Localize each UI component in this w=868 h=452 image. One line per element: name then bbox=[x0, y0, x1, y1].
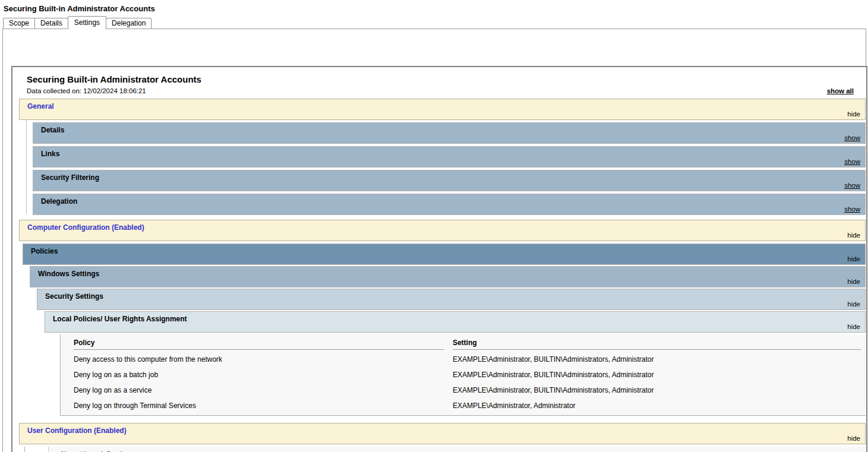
section-links[interactable]: Links show bbox=[33, 146, 866, 167]
data-collected-timestamp: Data collected on: 12/02/2024 18:06:21 bbox=[27, 87, 146, 94]
section-security-filtering-label: Security Filtering bbox=[41, 173, 99, 182]
policy-cell: Deny log on as a batch job bbox=[61, 367, 453, 383]
section-security-settings-toggle[interactable]: hide bbox=[847, 301, 860, 308]
section-policies-toggle[interactable]: hide bbox=[847, 255, 860, 263]
setting-cell: EXAMPLE\Administrator, BUILTIN\Administr… bbox=[453, 367, 866, 383]
security-settings-children: Local Policies/ User Rights Assignment h… bbox=[45, 311, 866, 416]
section-details-label: Details bbox=[41, 126, 64, 134]
tab-details[interactable]: Details bbox=[34, 18, 68, 29]
tab-bar: Scope Details Settings Delegation bbox=[3, 18, 151, 29]
tab-delegation[interactable]: Delegation bbox=[106, 18, 151, 29]
policy-table-row: Deny log on as a batch job EXAMPLE\Admin… bbox=[61, 367, 866, 383]
section-security-settings-label: Security Settings bbox=[45, 292, 103, 301]
policy-table-row: Deny log on through Terminal Services EX… bbox=[61, 398, 866, 413]
policies-children: Windows Settings hide Security Settings … bbox=[30, 266, 866, 416]
policy-column-header: Policy bbox=[74, 339, 444, 350]
gpo-report-viewer[interactable]: Securing Built-in Administrator Accounts… bbox=[11, 66, 867, 452]
section-general-label: General bbox=[27, 102, 54, 110]
section-general[interactable]: General hide bbox=[19, 99, 866, 120]
section-links-label: Links bbox=[41, 150, 59, 158]
section-delegation-toggle[interactable]: show bbox=[844, 206, 860, 213]
section-policies-label: Policies bbox=[31, 247, 58, 255]
policy-cell: Deny access to this computer from the ne… bbox=[61, 352, 453, 367]
setting-cell: EXAMPLE\Administrator, BUILTIN\Administr… bbox=[453, 352, 866, 367]
setting-column-header: Setting bbox=[453, 339, 861, 350]
section-user-configuration[interactable]: User Configuration (Enabled) hide bbox=[19, 423, 866, 444]
section-security-settings[interactable]: Security Settings hide bbox=[37, 289, 866, 310]
section-local-policies-user-rights[interactable]: Local Policies/ User Rights Assignment h… bbox=[45, 311, 866, 333]
section-delegation[interactable]: Delegation show bbox=[33, 194, 866, 215]
indent-gutter bbox=[25, 447, 48, 452]
tab-settings[interactable]: Settings bbox=[68, 16, 106, 29]
section-computer-configuration-label: Computer Configuration (Enabled) bbox=[27, 223, 144, 232]
section-policies[interactable]: Policies hide bbox=[23, 244, 866, 265]
section-local-policies-user-rights-toggle[interactable]: hide bbox=[847, 323, 860, 330]
section-windows-settings-toggle[interactable]: hide bbox=[847, 278, 860, 285]
policy-cell: Deny log on through Terminal Services bbox=[61, 398, 453, 413]
settings-tab-page: Securing Built-in Administrator Accounts… bbox=[2, 29, 866, 452]
gpo-report: Securing Built-in Administrator Accounts… bbox=[19, 72, 866, 452]
computer-configuration-children: Policies hide Windows Settings hide Secu… bbox=[23, 244, 866, 416]
section-links-toggle[interactable]: show bbox=[844, 158, 860, 165]
windows-settings-children: Security Settings hide Local Policies/ U… bbox=[37, 289, 866, 416]
section-general-toggle[interactable]: hide bbox=[847, 110, 860, 118]
no-settings-row: No settings defined. bbox=[48, 447, 866, 452]
section-user-configuration-toggle[interactable]: hide bbox=[847, 435, 860, 442]
section-details[interactable]: Details show bbox=[33, 122, 866, 144]
section-computer-configuration[interactable]: Computer Configuration (Enabled) hide bbox=[19, 220, 866, 241]
policy-table-row: Deny access to this computer from the ne… bbox=[61, 352, 866, 367]
section-security-filtering-toggle[interactable]: show bbox=[844, 182, 860, 189]
section-computer-configuration-toggle[interactable]: hide bbox=[847, 232, 860, 239]
policy-table-row: Deny log on as a service EXAMPLE\Adminis… bbox=[61, 383, 866, 398]
show-all-link[interactable]: show all bbox=[827, 87, 854, 94]
section-user-configuration-label: User Configuration (Enabled) bbox=[27, 426, 127, 435]
policy-table-header-row: Policy Setting bbox=[61, 334, 866, 352]
section-windows-settings-label: Windows Settings bbox=[38, 270, 99, 278]
section-details-toggle[interactable]: show bbox=[844, 134, 860, 141]
section-local-policies-user-rights-label: Local Policies/ User Rights Assignment bbox=[53, 315, 187, 323]
tab-scope[interactable]: Scope bbox=[3, 18, 35, 29]
user-configuration-children: No settings defined. bbox=[24, 447, 866, 452]
window-title: Securing Built-in Administrator Accounts bbox=[4, 4, 155, 13]
general-children: Details show Links show Security Filteri… bbox=[33, 122, 866, 215]
report-title: Securing Built-in Administrator Accounts bbox=[19, 72, 866, 86]
policy-cell: Deny log on as a service bbox=[61, 383, 453, 398]
setting-cell: EXAMPLE\Administrator, Administrator bbox=[453, 398, 866, 413]
policy-table: Policy Setting Deny access to this compu… bbox=[60, 334, 866, 416]
section-security-filtering[interactable]: Security Filtering show bbox=[33, 170, 866, 191]
section-windows-settings[interactable]: Windows Settings hide bbox=[30, 266, 866, 287]
section-delegation-label: Delegation bbox=[41, 197, 77, 206]
setting-cell: EXAMPLE\Administrator, BUILTIN\Administr… bbox=[453, 383, 866, 398]
